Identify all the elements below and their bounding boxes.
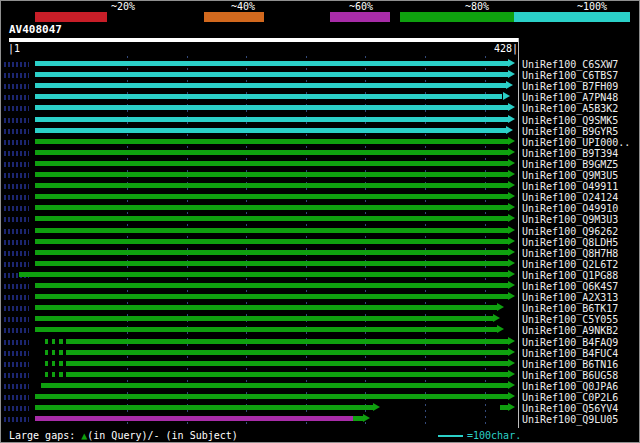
hit-label[interactable]: UniRef100_A5B3K2 (522, 104, 618, 114)
hit-label[interactable]: UniRef100_B9GYR5 (522, 127, 618, 137)
hit-label[interactable]: UniRef100_Q1PG88 (522, 271, 618, 281)
hit-label[interactable]: UniRef100_Q9LU05 (522, 415, 618, 425)
alignment-row: UniRef100_A5B3K2 (1, 103, 640, 114)
alignment-row: UniRef100_B9GYR5 (1, 126, 640, 137)
hit-bar[interactable] (35, 228, 508, 233)
alignment-row: UniRef100_O49910 (1, 203, 640, 214)
hit-label[interactable]: UniRef100_UPI000.. (522, 138, 630, 148)
hit-label[interactable]: UniRef100_Q6K4S7 (522, 282, 618, 292)
hit-arrow (508, 170, 515, 178)
hit-bar[interactable] (19, 272, 509, 277)
hit-label[interactable]: UniRef100_Q0JPA6 (522, 382, 618, 392)
hit-label[interactable]: UniRef100_B6TN16 (522, 360, 618, 370)
hit-bar[interactable] (52, 372, 56, 377)
hit-bar[interactable] (353, 416, 363, 421)
hit-bar[interactable] (35, 261, 508, 266)
hit-bar[interactable] (45, 350, 49, 355)
hit-id-mark (4, 406, 29, 411)
hit-label[interactable]: UniRef100_B6UG58 (522, 371, 618, 381)
hit-bar[interactable] (35, 405, 372, 410)
hit-label[interactable]: UniRef100_Q56YV4 (522, 404, 618, 414)
hit-label[interactable]: UniRef100_Q96262 (522, 227, 618, 237)
hit-label[interactable]: UniRef100_A2X313 (522, 293, 618, 303)
alignment-row: UniRef100_A9NKB2 (1, 325, 640, 336)
hit-bar[interactable] (66, 339, 508, 344)
hit-bar[interactable] (35, 416, 353, 421)
hit-label[interactable]: UniRef100_A7PN48 (522, 93, 618, 103)
hit-id-mark (4, 84, 29, 89)
hit-label[interactable]: UniRef100_C0P2L6 (522, 393, 618, 403)
hit-bar[interactable] (41, 383, 508, 388)
hit-arrow (508, 203, 515, 211)
hit-id-mark (4, 284, 29, 289)
hit-bar[interactable] (52, 350, 56, 355)
hit-label[interactable]: UniRef100_Q2L6T2 (522, 260, 618, 270)
hit-bar[interactable] (35, 205, 508, 210)
hit-bar[interactable] (500, 405, 508, 410)
hit-bar[interactable] (35, 94, 502, 99)
hit-label[interactable]: UniRef100_C6TBS7 (522, 71, 618, 81)
scale-swatch-line (438, 435, 463, 437)
hit-label[interactable]: UniRef100_A9NKB2 (522, 326, 618, 336)
hit-bar[interactable] (35, 216, 508, 221)
hit-label[interactable]: UniRef100_Q9SMK5 (522, 116, 618, 126)
hit-label[interactable]: UniRef100_O24124 (522, 193, 618, 203)
hit-bar[interactable] (35, 183, 508, 188)
hit-bar[interactable] (35, 139, 508, 144)
hit-bar[interactable] (35, 105, 508, 110)
hit-label[interactable]: UniRef100_C5Y055 (522, 315, 618, 325)
hit-bar[interactable] (35, 283, 508, 288)
hit-bar[interactable] (35, 117, 508, 122)
hit-bar[interactable] (35, 194, 508, 199)
alignment-row: UniRef100_A2X313 (1, 292, 640, 303)
hit-label[interactable]: UniRef100_B9GMZ5 (522, 160, 618, 170)
hit-bar[interactable] (59, 339, 63, 344)
hit-bar[interactable] (59, 350, 63, 355)
hit-id-mark (4, 140, 29, 145)
hit-bar[interactable] (35, 294, 508, 299)
hit-label[interactable]: UniRef100_Q9M3U3 (522, 215, 618, 225)
hit-label[interactable]: UniRef100_Q8H7H8 (522, 249, 618, 259)
hit-label[interactable]: UniRef100_B6TK17 (522, 304, 618, 314)
hit-id-mark (4, 262, 29, 267)
hit-bar[interactable] (45, 339, 49, 344)
hit-bar[interactable] (59, 372, 63, 377)
hit-label[interactable]: UniRef100_B4FUC4 (522, 349, 618, 359)
hit-id-mark (4, 417, 29, 422)
hit-bar[interactable] (35, 150, 508, 155)
hit-bar[interactable] (66, 350, 508, 355)
hit-arrow (508, 159, 515, 167)
hit-bar[interactable] (35, 161, 508, 166)
hit-bar[interactable] (52, 361, 56, 366)
hit-label[interactable]: UniRef100_Q8LDH5 (522, 238, 618, 248)
hit-label[interactable]: UniRef100_O49911 (522, 182, 618, 192)
hit-label[interactable]: UniRef100_B7FH09 (522, 82, 618, 92)
hit-bar[interactable] (35, 394, 508, 399)
hit-bar[interactable] (59, 361, 63, 366)
hit-bar[interactable] (35, 72, 508, 77)
hit-bar[interactable] (35, 172, 508, 177)
blast-graphic-overview: ~20%~40%~60%~80%~100% AV408047 |1 428| U… (0, 0, 640, 443)
hit-arrow (508, 281, 515, 289)
hit-label[interactable]: UniRef100_B9T394 (522, 149, 618, 159)
hit-bar[interactable] (45, 361, 49, 366)
hit-bar[interactable] (45, 372, 49, 377)
hit-label[interactable]: UniRef100_C6SXW7 (522, 60, 618, 70)
hit-bar[interactable] (52, 339, 56, 344)
hit-bar[interactable] (66, 361, 508, 366)
hit-bar[interactable] (35, 327, 496, 332)
hit-bar[interactable] (35, 83, 506, 88)
hit-bar[interactable] (35, 250, 508, 255)
hit-bar[interactable] (35, 61, 508, 66)
alignment-row: UniRef100_Q96262 (1, 226, 640, 237)
hit-bar[interactable] (35, 128, 506, 133)
hit-label[interactable]: UniRef100_O49910 (522, 204, 618, 214)
hit-label[interactable]: UniRef100_B4FAQ9 (522, 338, 618, 348)
hit-label[interactable]: UniRef100_Q9M3U5 (522, 171, 618, 181)
hit-bar[interactable] (35, 316, 493, 321)
hit-id-mark (4, 229, 29, 234)
hit-bar[interactable] (66, 372, 508, 377)
hit-bar[interactable] (35, 305, 496, 310)
hit-id-mark (4, 295, 29, 300)
hit-bar[interactable] (35, 239, 508, 244)
